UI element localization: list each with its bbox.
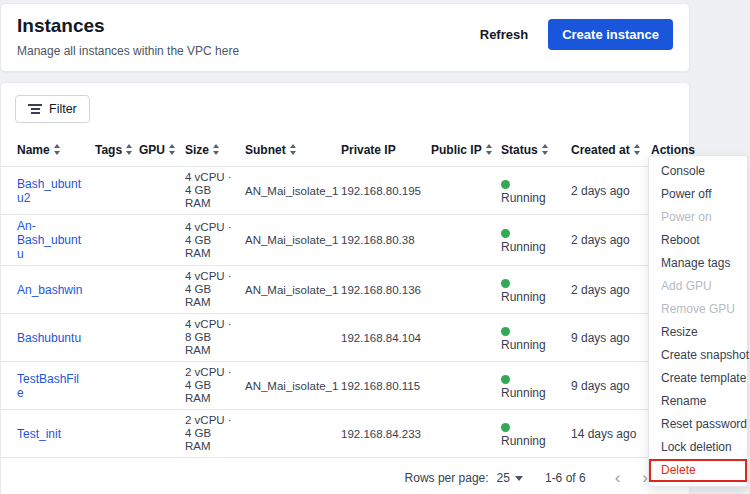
instance-name-link[interactable]: Test_init	[17, 427, 61, 441]
menu-item-lock-deletion[interactable]: Lock deletion	[649, 436, 747, 459]
instance-name-link[interactable]: Bash_ubuntu2	[17, 177, 81, 205]
status-label: Running	[501, 191, 546, 205]
menu-item-add-gpu: Add GPU	[649, 275, 747, 298]
sort-icon	[634, 144, 641, 155]
table-row: Bashubuntu 4 vCPU · 8 GB RAM 192.168.84.…	[1, 314, 689, 362]
private-ip-cell: 192.168.80.136	[335, 266, 425, 314]
instances-table: Name Tags GPU Size Subnet Private IP Pub…	[1, 135, 689, 458]
refresh-button[interactable]: Refresh	[470, 20, 538, 49]
tags-cell	[89, 362, 133, 410]
private-ip-cell: 192.168.84.104	[335, 314, 425, 362]
row-actions-menu: Console Power off Power on Reboot Manage…	[648, 155, 748, 487]
status-dot	[501, 229, 510, 238]
status-dot	[501, 423, 510, 432]
subnet-cell: AN_Mai_isolate_1	[239, 362, 335, 410]
created-at-cell: 9 days ago	[565, 362, 645, 410]
status-dot	[501, 375, 510, 384]
subnet-cell	[239, 410, 335, 458]
instance-name-link[interactable]: An-Bash_ubuntu	[17, 219, 81, 261]
pagination-bar: Rows per page: 25 1-6 of 6 ‹ ›	[1, 458, 689, 494]
tags-cell	[89, 215, 133, 266]
sort-icon	[486, 144, 493, 155]
header-text: Instances Manage all instances within th…	[17, 15, 239, 58]
size-cell: 4 vCPU · 4 GB RAM	[179, 266, 239, 314]
table-row: Test_init 2 vCPU · 4 GB RAM 192.168.84.2…	[1, 410, 689, 458]
instance-name-link[interactable]: Bashubuntu	[17, 331, 81, 345]
menu-item-power-off[interactable]: Power off	[649, 183, 747, 206]
size-cell: 4 vCPU · 8 GB RAM	[179, 314, 239, 362]
status-cell: Running	[495, 410, 565, 458]
menu-item-delete[interactable]: Delete	[649, 459, 747, 482]
private-ip-cell: 192.168.80.115	[335, 362, 425, 410]
column-header-name[interactable]: Name	[1, 135, 89, 167]
table-row: Bash_ubuntu2 4 vCPU · 4 GB RAM AN_Mai_is…	[1, 167, 689, 215]
status-cell: Running	[495, 314, 565, 362]
instances-table-card: Filter Name Tags GPU Size Subnet Private…	[0, 82, 690, 494]
instance-name-link[interactable]: An_bashwin	[17, 283, 82, 297]
created-at-cell: 9 days ago	[565, 314, 645, 362]
menu-item-manage-tags[interactable]: Manage tags	[649, 252, 747, 275]
status-dot	[501, 180, 510, 189]
sort-icon	[542, 144, 549, 155]
public-ip-cell	[425, 410, 495, 458]
column-header-size[interactable]: Size	[179, 135, 239, 167]
status-cell: Running	[495, 362, 565, 410]
created-at-cell: 2 days ago	[565, 215, 645, 266]
instances-page: Instances Manage all instances within th…	[0, 0, 750, 494]
tags-cell	[89, 314, 133, 362]
menu-item-console[interactable]: Console	[649, 160, 747, 183]
private-ip-cell: 192.168.80.38	[335, 215, 425, 266]
size-cell: 2 vCPU · 4 GB RAM	[179, 410, 239, 458]
public-ip-cell	[425, 167, 495, 215]
menu-item-rename[interactable]: Rename	[649, 390, 747, 413]
column-header-public-ip[interactable]: Public IP	[425, 135, 495, 167]
subnet-cell	[239, 314, 335, 362]
table-row: An-Bash_ubuntu 4 vCPU · 4 GB RAM AN_Mai_…	[1, 215, 689, 266]
sort-icon	[213, 144, 220, 155]
status-label: Running	[501, 240, 546, 254]
create-instance-button[interactable]: Create instance	[548, 19, 673, 50]
previous-page-button[interactable]: ‹	[608, 472, 628, 484]
gpu-cell	[133, 266, 179, 314]
created-at-cell: 14 days ago	[565, 410, 645, 458]
table-row: TestBashFile 2 vCPU · 4 GB RAM AN_Mai_is…	[1, 362, 689, 410]
gpu-cell	[133, 215, 179, 266]
menu-item-reset-password[interactable]: Reset password	[649, 413, 747, 436]
rows-per-page-value: 25	[497, 471, 510, 485]
filter-button[interactable]: Filter	[15, 95, 90, 123]
menu-item-resize[interactable]: Resize	[649, 321, 747, 344]
status-label: Running	[501, 434, 546, 448]
public-ip-cell	[425, 266, 495, 314]
sort-icon	[126, 144, 133, 155]
size-cell: 2 vCPU · 4 GB RAM	[179, 362, 239, 410]
pagination-range: 1-6 of 6	[545, 471, 586, 485]
table-header-row: Name Tags GPU Size Subnet Private IP Pub…	[1, 135, 689, 167]
private-ip-cell: 192.168.84.233	[335, 410, 425, 458]
status-cell: Running	[495, 167, 565, 215]
rows-per-page-select[interactable]: 25	[497, 471, 523, 485]
menu-item-create-template[interactable]: Create template	[649, 367, 747, 390]
column-header-private-ip[interactable]: Private IP	[335, 135, 425, 167]
column-header-gpu[interactable]: GPU	[133, 135, 179, 167]
menu-item-create-snapshot[interactable]: Create snapshot	[649, 344, 747, 367]
name-cell: Bashubuntu	[1, 314, 89, 362]
status-label: Running	[501, 386, 546, 400]
column-header-created-at[interactable]: Created at	[565, 135, 645, 167]
column-header-tags[interactable]: Tags	[89, 135, 133, 167]
tags-cell	[89, 266, 133, 314]
column-header-status[interactable]: Status	[495, 135, 565, 167]
gpu-cell	[133, 410, 179, 458]
sort-icon	[54, 144, 61, 155]
tags-cell	[89, 167, 133, 215]
instance-name-link[interactable]: TestBashFile	[17, 372, 79, 400]
status-label: Running	[501, 338, 546, 352]
menu-item-reboot[interactable]: Reboot	[649, 229, 747, 252]
private-ip-cell: 192.168.80.195	[335, 167, 425, 215]
column-header-subnet[interactable]: Subnet	[239, 135, 335, 167]
gpu-cell	[133, 314, 179, 362]
header-card: Instances Manage all instances within th…	[0, 3, 690, 72]
table-row: An_bashwin 4 vCPU · 4 GB RAM AN_Mai_isol…	[1, 266, 689, 314]
status-dot	[501, 327, 510, 336]
name-cell: An_bashwin	[1, 266, 89, 314]
sort-icon	[290, 144, 297, 155]
